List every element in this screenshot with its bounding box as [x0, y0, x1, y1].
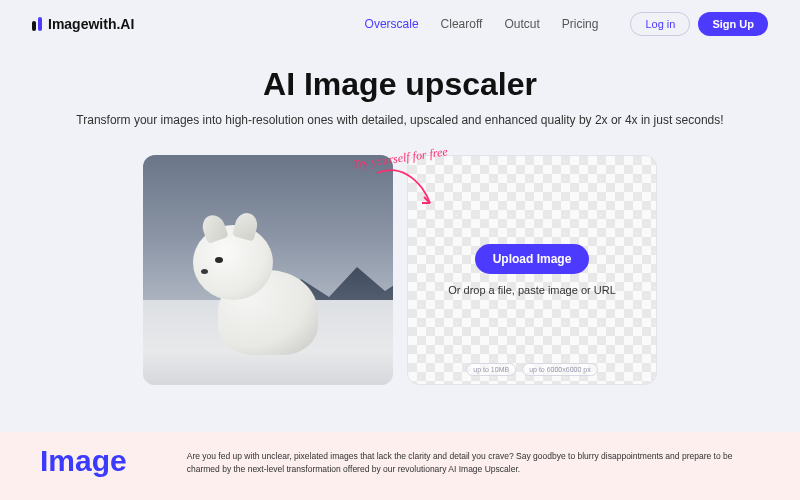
nav-overscale[interactable]: Overscale [365, 17, 419, 31]
footer-body: Are you fed up with unclear, pixelated i… [187, 446, 760, 476]
auth-buttons: Log in Sign Up [630, 12, 768, 36]
arrow-icon [372, 163, 442, 213]
preview-animal [178, 205, 318, 355]
logo-icon [32, 17, 42, 31]
limit-dimensions: up to 6000x6000 px [522, 363, 598, 376]
nav-outcut[interactable]: Outcut [504, 17, 539, 31]
drop-instruction: Or drop a file, paste image or URL [448, 284, 616, 296]
header: Imagewith.AI Overscale Clearoff Outcut P… [0, 0, 800, 48]
main-nav: Overscale Clearoff Outcut Pricing Log in… [365, 12, 768, 36]
limit-size: up to 10MB [466, 363, 516, 376]
brand-logo[interactable]: Imagewith.AI [32, 16, 134, 32]
nav-pricing[interactable]: Pricing [562, 17, 599, 31]
footer-section: Image Are you fed up with unclear, pixel… [0, 432, 800, 500]
upload-button[interactable]: Upload Image [475, 244, 590, 274]
footer-title: Image [40, 446, 127, 476]
nav-clearoff[interactable]: Clearoff [441, 17, 483, 31]
signup-button[interactable]: Sign Up [698, 12, 768, 36]
panels-section: Try yourself for free Upload Image Or dr… [0, 137, 800, 385]
brand-name: Imagewith.AI [48, 16, 134, 32]
login-button[interactable]: Log in [630, 12, 690, 36]
hero-section: AI Image upscaler Transform your images … [0, 48, 800, 137]
page-subtitle: Transform your images into high-resoluti… [40, 113, 760, 127]
preview-panel [143, 155, 393, 385]
upload-panel[interactable]: Upload Image Or drop a file, paste image… [407, 155, 657, 385]
page-title: AI Image upscaler [40, 66, 760, 103]
upload-limits: up to 10MB up to 6000x6000 px [466, 363, 597, 376]
